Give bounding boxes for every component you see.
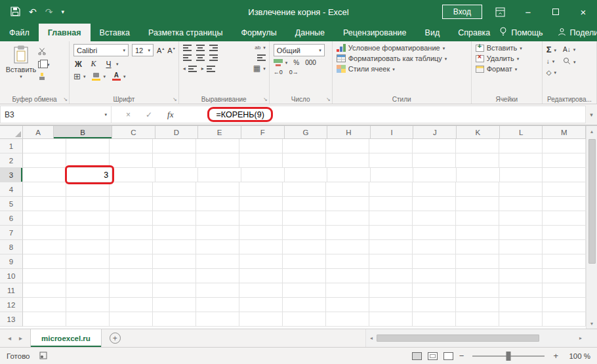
cell-E1[interactable]: [196, 139, 239, 153]
cell-E5[interactable]: [196, 197, 239, 211]
row-header-12[interactable]: 12: [0, 298, 23, 312]
cell-I2[interactable]: [369, 153, 413, 168]
cell-L9[interactable]: [499, 254, 543, 269]
page-layout-view-button[interactable]: [428, 352, 438, 360]
tab-Формулы[interactable]: Формулы: [232, 24, 285, 41]
conditional-formatting-button[interactable]: Условное форматирование ▾: [337, 44, 468, 52]
increase-decimal-button[interactable]: ←0: [274, 69, 283, 75]
increase-indent-button[interactable]: ▸: [201, 65, 215, 72]
font-size-combo[interactable]: 12▾: [132, 44, 154, 56]
cell-A6[interactable]: [23, 211, 66, 226]
sign-in-button[interactable]: Вход: [442, 5, 482, 19]
cell-A13[interactable]: [23, 312, 66, 327]
cell-A3[interactable]: [23, 168, 66, 182]
cell-L13[interactable]: [499, 312, 543, 327]
horizontal-scroll-thumb[interactable]: [377, 334, 539, 342]
normal-view-button[interactable]: [412, 352, 422, 360]
cell-H6[interactable]: [326, 211, 369, 226]
cell-G2[interactable]: [283, 153, 326, 168]
align-center-icon[interactable]: [196, 54, 205, 61]
cell-J6[interactable]: [413, 211, 456, 226]
paste-button[interactable]: Вставить ▾: [4, 44, 38, 94]
delete-cells-button[interactable]: × Удалить ▾: [476, 54, 539, 62]
cell-A9[interactable]: [23, 254, 66, 269]
cell-E12[interactable]: [196, 298, 239, 312]
select-all-corner[interactable]: [0, 126, 23, 139]
cell-K9[interactable]: [456, 254, 499, 269]
cell-J13[interactable]: [413, 312, 456, 327]
row-header-2[interactable]: 2: [0, 153, 23, 168]
cell-G4[interactable]: [283, 182, 326, 197]
cell-F2[interactable]: [239, 153, 283, 168]
row-header-8[interactable]: 8: [0, 240, 23, 254]
cell-L5[interactable]: [499, 197, 543, 211]
cell-J7[interactable]: [413, 226, 456, 240]
sort-filter-button[interactable]: А↓▾: [563, 46, 576, 53]
cell-D2[interactable]: [153, 153, 196, 168]
tab-Данные[interactable]: Данные: [286, 24, 334, 41]
cell-D3[interactable]: [155, 168, 199, 182]
cell-B11[interactable]: [66, 283, 110, 298]
cell-K8[interactable]: [456, 240, 499, 254]
format-as-table-button[interactable]: Форматировать как таблицу ▾: [337, 54, 468, 62]
column-header-H[interactable]: H: [327, 126, 371, 139]
cell-F10[interactable]: [239, 269, 283, 283]
column-header-D[interactable]: D: [155, 126, 199, 139]
cell-H7[interactable]: [326, 226, 369, 240]
cell-I9[interactable]: [369, 254, 413, 269]
cell-J12[interactable]: [413, 298, 456, 312]
row-header-9[interactable]: 9: [0, 254, 23, 269]
format-cells-button[interactable]: Формат ▾: [476, 65, 539, 73]
cell-J9[interactable]: [413, 254, 456, 269]
number-format-combo[interactable]: Общий▾: [274, 44, 325, 56]
cell-L2[interactable]: [499, 153, 543, 168]
minimize-button[interactable]: −: [514, 0, 542, 24]
cell-D6[interactable]: [153, 211, 196, 226]
cell-L11[interactable]: [499, 283, 543, 298]
cell-B6[interactable]: [66, 211, 110, 226]
cell-I7[interactable]: [369, 226, 413, 240]
cell-B1[interactable]: [66, 139, 110, 153]
align-top-icon[interactable]: [183, 44, 192, 51]
insert-function-button[interactable]: fx: [167, 110, 173, 120]
cell-C4[interactable]: [110, 182, 153, 197]
cell-F4[interactable]: [239, 182, 283, 197]
cell-M13[interactable]: [543, 312, 586, 327]
cell-D9[interactable]: [153, 254, 196, 269]
cell-K12[interactable]: [456, 298, 499, 312]
cell-B5[interactable]: [66, 197, 110, 211]
cell-F6[interactable]: [239, 211, 283, 226]
column-header-I[interactable]: I: [371, 126, 414, 139]
cell-G8[interactable]: [283, 240, 326, 254]
scroll-up-icon[interactable]: ▴: [590, 126, 593, 136]
cell-I3[interactable]: [371, 168, 414, 182]
cell-L4[interactable]: [499, 182, 543, 197]
cell-C2[interactable]: [110, 153, 153, 168]
cell-I8[interactable]: [369, 240, 413, 254]
font-family-combo[interactable]: Calibri▾: [73, 44, 129, 56]
cell-A1[interactable]: [23, 139, 66, 153]
decrease-indent-button[interactable]: ◂: [183, 65, 197, 72]
cell-I4[interactable]: [369, 182, 413, 197]
zoom-slider[interactable]: [472, 355, 545, 357]
cell-H4[interactable]: [326, 182, 369, 197]
row-header-10[interactable]: 10: [0, 269, 23, 283]
column-header-L[interactable]: L: [500, 126, 543, 139]
copy-button[interactable]: ▾: [38, 61, 50, 68]
cell-F5[interactable]: [239, 197, 283, 211]
row-header-6[interactable]: 6: [0, 211, 23, 226]
cell-F7[interactable]: [239, 226, 283, 240]
decrease-font-size-button[interactable]: А▾: [167, 47, 175, 54]
row-header-1[interactable]: 1: [0, 139, 23, 153]
cell-J11[interactable]: [413, 283, 456, 298]
expand-formula-bar-icon[interactable]: ▾: [586, 104, 597, 125]
column-header-C[interactable]: C: [112, 126, 155, 139]
cell-H9[interactable]: [326, 254, 369, 269]
cell-E4[interactable]: [196, 182, 239, 197]
cell-F8[interactable]: [239, 240, 283, 254]
cell-C8[interactable]: [110, 240, 153, 254]
cell-B13[interactable]: [66, 312, 110, 327]
cell-D12[interactable]: [153, 298, 196, 312]
cell-B3[interactable]: 3: [66, 168, 113, 182]
cell-A5[interactable]: [23, 197, 66, 211]
